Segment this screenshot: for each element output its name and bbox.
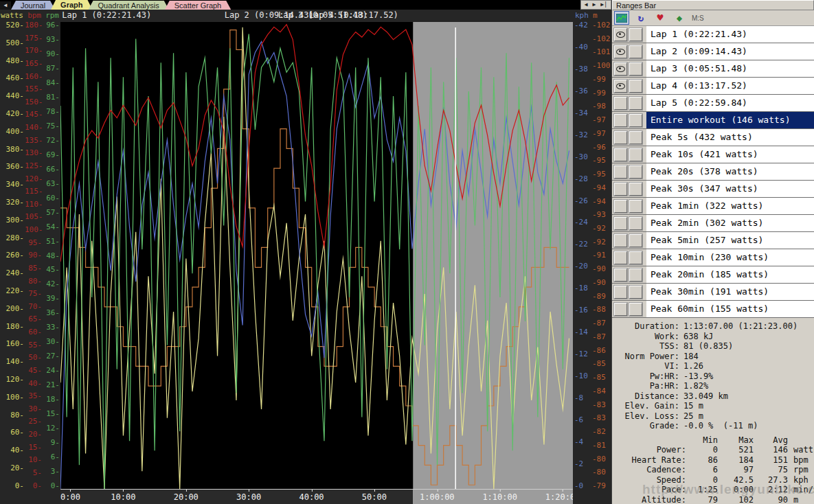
- visibility-toggle[interactable]: [614, 183, 627, 196]
- plot-area[interactable]: [60, 22, 573, 490]
- range-checkbox[interactable]: [629, 234, 642, 247]
- axis-tick: 20-: [25, 431, 42, 438]
- range-label: Peak 5min (257 watts): [646, 232, 814, 249]
- visibility-toggle[interactable]: [614, 28, 627, 41]
- nav-arrow-icon[interactable]: ▶: [593, 1, 596, 8]
- visibility-toggle[interactable]: [614, 234, 627, 247]
- axis-tick: -10: [574, 373, 590, 380]
- axis-tick: 200-: [0, 306, 24, 312]
- axis-tick: 87-: [43, 65, 60, 72]
- table-row: Speed: 0 42.5 27.3 kph: [612, 475, 814, 485]
- range-row[interactable]: Lap 3 (0:05:51.48): [612, 60, 814, 78]
- eye-icon: [616, 66, 625, 72]
- visibility-toggle[interactable]: [614, 45, 627, 58]
- time-format-label: M:S: [692, 14, 704, 22]
- range-checkbox[interactable]: [629, 183, 642, 196]
- range-row[interactable]: Peak 30min (191 watts): [612, 284, 814, 301]
- range-checkbox[interactable]: [629, 114, 642, 127]
- axis-tick: -81: [592, 442, 611, 449]
- range-checkbox[interactable]: [629, 45, 642, 58]
- range-row[interactable]: Peak 10s (421 watts): [612, 146, 814, 163]
- visibility-toggle[interactable]: [614, 114, 627, 127]
- range-checkbox[interactable]: [629, 28, 642, 41]
- range-label: Peak 10s (421 watts): [646, 146, 814, 163]
- axis-tick: 145-: [25, 111, 42, 118]
- summary-value: 81 (0.835): [683, 341, 814, 352]
- range-checkbox[interactable]: [629, 268, 642, 282]
- visibility-toggle[interactable]: [614, 131, 627, 144]
- tab[interactable]: Journal: [11, 1, 55, 10]
- nav-arrow-icon[interactable]: ▶|: [600, 1, 607, 8]
- rpm-axis-ticks: 96-93-90-87-84-81-78-75-72-69-66-63-60-5…: [43, 22, 60, 490]
- range-row[interactable]: Peak 5min (257 watts): [612, 232, 814, 249]
- summary-line: VI: 1.26: [612, 361, 814, 371]
- axis-tick: -80: [592, 456, 611, 463]
- axis-tick: 35-: [25, 393, 42, 400]
- tab-scroll-left-button[interactable]: ◀: [0, 1, 11, 10]
- axis-tick: -83: [592, 415, 611, 422]
- range-checkbox[interactable]: [629, 80, 642, 93]
- chart-nav-arrows: ◀▶▶|: [580, 0, 611, 10]
- visibility-toggle[interactable]: [614, 165, 627, 179]
- axis-tick: -94: [592, 185, 611, 192]
- axis-tick: 30-: [25, 406, 42, 413]
- visibility-toggle[interactable]: [614, 80, 627, 93]
- axis-tick: 0-: [0, 483, 24, 490]
- axis-tick: -0: [574, 483, 590, 490]
- graph-mode-button[interactable]: [615, 12, 629, 24]
- axis-tick: 460-: [0, 75, 24, 82]
- range-row[interactable]: Lap 4 (0:13:17.52): [612, 78, 814, 95]
- interval-button[interactable]: ◆: [672, 12, 686, 24]
- range-row[interactable]: Peak 10min (230 watts): [612, 249, 814, 266]
- visibility-toggle[interactable]: [614, 217, 627, 230]
- range-checkbox[interactable]: [629, 97, 642, 110]
- refresh-button[interactable]: ↻: [634, 12, 648, 24]
- visibility-toggle[interactable]: [614, 148, 627, 161]
- range-row[interactable]: Peak 5s (432 watts): [612, 129, 814, 146]
- nav-arrow-icon[interactable]: ◀: [585, 1, 588, 8]
- axis-tick: 60-: [0, 429, 24, 436]
- range-checkbox[interactable]: [629, 303, 642, 316]
- range-checkbox[interactable]: [629, 251, 642, 264]
- range-checkbox[interactable]: [629, 200, 642, 213]
- range-row[interactable]: Peak 1min (322 watts): [612, 198, 814, 215]
- tab[interactable]: Graph: [51, 0, 92, 10]
- range-checkbox[interactable]: [629, 217, 642, 230]
- axis-tick: 72-: [43, 137, 60, 144]
- range-row[interactable]: Entire workout (146 watts): [612, 112, 814, 129]
- summary-value: -0.0 % (-11 m): [683, 421, 814, 431]
- range-checkbox[interactable]: [629, 286, 642, 299]
- range-row[interactable]: Peak 20min (185 watts): [612, 266, 814, 284]
- tab[interactable]: Scatter Graph: [165, 1, 231, 10]
- axis-tick: 120-: [25, 176, 42, 183]
- range-checkbox[interactable]: [629, 131, 642, 144]
- axis-tick: 25-: [25, 418, 42, 425]
- range-checkbox[interactable]: [629, 148, 642, 161]
- visibility-toggle[interactable]: [614, 268, 627, 282]
- range-checkbox[interactable]: [629, 62, 642, 76]
- visibility-toggle[interactable]: [614, 286, 627, 299]
- min-max-avg-table: Min Max Avg Power: 0 521 146 watts Heart…: [612, 435, 814, 504]
- axis-tick: 63-: [43, 181, 60, 187]
- range-row[interactable]: Peak 60min (155 watts): [612, 301, 814, 318]
- visibility-toggle[interactable]: [614, 251, 627, 264]
- axis-tick: 75-: [43, 123, 60, 130]
- heart-rate-button[interactable]: ♥: [653, 12, 667, 24]
- workout-chart-canvas[interactable]: [60, 22, 573, 489]
- visibility-toggle[interactable]: [614, 62, 627, 76]
- time-axis-tick: 20:00: [174, 492, 199, 502]
- summary-label: VI:: [612, 361, 683, 371]
- range-row[interactable]: Lap 1 (0:22:21.43): [612, 26, 814, 43]
- visibility-toggle[interactable]: [614, 303, 627, 316]
- tab[interactable]: Quadrant Analysis: [88, 1, 168, 10]
- range-row[interactable]: Peak 20s (378 watts): [612, 163, 814, 181]
- visibility-toggle[interactable]: [614, 200, 627, 213]
- range-row[interactable]: Lap 2 (0:09:14.43): [612, 43, 814, 60]
- range-row[interactable]: Peak 2min (302 watts): [612, 215, 814, 232]
- graph-icon: [616, 14, 627, 23]
- range-label: Peak 30s (347 watts): [646, 181, 814, 197]
- visibility-toggle[interactable]: [614, 97, 627, 110]
- range-checkbox[interactable]: [629, 165, 642, 179]
- range-row[interactable]: Lap 5 (0:22:59.84): [612, 95, 814, 112]
- range-row[interactable]: Peak 30s (347 watts): [612, 181, 814, 198]
